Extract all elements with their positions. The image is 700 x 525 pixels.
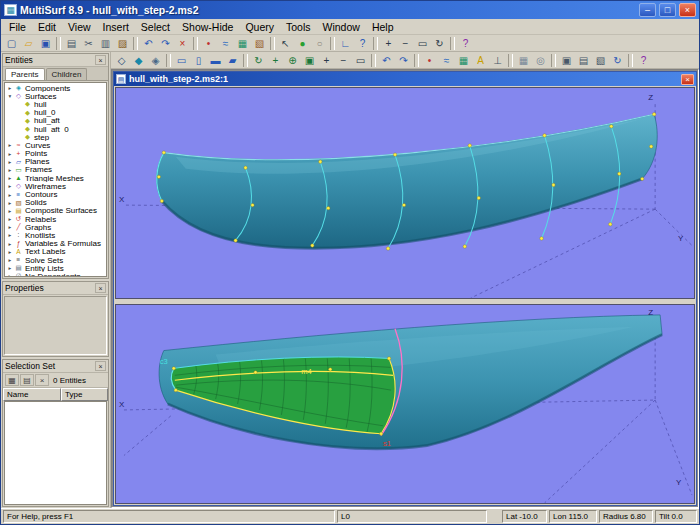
tree-expand-icon[interactable]: ▸ — [6, 249, 14, 255]
grid-view-icon[interactable]: ▦ — [5, 374, 19, 386]
rotate-icon[interactable]: ↻ — [250, 53, 267, 68]
document-close-button[interactable]: × — [681, 74, 694, 85]
tree-expand-icon[interactable]: ▸ — [6, 167, 14, 173]
tree-item-curves[interactable]: ▸≈Curves — [5, 141, 106, 149]
tree-item-relabels[interactable]: ▸↺Relabels — [5, 215, 106, 223]
undo-icon[interactable]: ↶ — [140, 36, 157, 51]
document-title-bar[interactable]: ▤ hull_with_step-2.ms2:1 × — [114, 72, 696, 86]
tree-item-planes[interactable]: ▸▱Planes — [5, 158, 106, 166]
menu-insert[interactable]: Insert — [97, 20, 135, 34]
column-header-name[interactable]: Name — [3, 388, 61, 401]
tile-windows-icon[interactable]: ▤ — [575, 53, 592, 68]
tree-expand-icon[interactable]: ▸ — [6, 192, 14, 198]
zoom-out-icon[interactable]: − — [397, 36, 414, 51]
tree-item-solids[interactable]: ▸▧Solids — [5, 199, 106, 207]
menu-tools[interactable]: Tools — [280, 20, 317, 34]
zoom-in-icon[interactable]: + — [380, 36, 397, 51]
properties-close-button[interactable]: × — [95, 283, 106, 293]
tree-expand-icon[interactable]: ▸ — [6, 232, 14, 238]
zoom-window-icon[interactable]: ▣ — [301, 53, 318, 68]
insert-point-icon[interactable]: • — [200, 36, 217, 51]
tree-expand-icon[interactable]: ▸ — [6, 183, 14, 189]
maximize-button[interactable]: □ — [659, 3, 676, 17]
tree-item-entity-lists[interactable]: ▸▤Entity Lists — [5, 264, 106, 272]
tree-expand-icon[interactable]: ▸ — [6, 175, 14, 181]
tree-item-composite-surfaces[interactable]: ▸▤Composite Surfaces — [5, 207, 106, 215]
tree-expand-icon[interactable]: ▸ — [6, 200, 14, 206]
selection-set-close-button[interactable]: × — [95, 361, 106, 371]
tab-children[interactable]: Children — [46, 68, 88, 80]
viewport-splitter[interactable] — [114, 300, 696, 303]
open-file-icon[interactable]: ▱ — [20, 36, 37, 51]
close-button[interactable]: × — [679, 3, 696, 17]
query-icon[interactable]: ? — [354, 36, 371, 51]
tree-expand-icon[interactable]: ▸ — [6, 241, 14, 247]
cascade-windows-icon[interactable]: ▧ — [592, 53, 609, 68]
tree-item-no-dependents[interactable]: ▸∅No Dependents — [5, 272, 106, 277]
view-side-icon[interactable]: ▯ — [190, 53, 207, 68]
measure-icon[interactable]: ∟ — [337, 36, 354, 51]
tree-expand-icon[interactable]: ▸ — [6, 273, 14, 277]
entities-close-button[interactable]: × — [95, 55, 106, 65]
column-header-type[interactable]: Type — [61, 388, 108, 401]
tree-item-knotlists[interactable]: ▸:Knotlists — [5, 231, 106, 239]
next-view-icon[interactable]: ↷ — [395, 53, 412, 68]
cut-icon[interactable]: ✂ — [80, 36, 97, 51]
tree-expand-icon[interactable]: ▸ — [6, 216, 14, 222]
tab-parents[interactable]: Parents — [5, 68, 45, 80]
tree-expand-icon[interactable]: ▸ — [6, 257, 14, 263]
menu-file[interactable]: File — [3, 20, 32, 34]
paste-icon[interactable]: ▨ — [114, 36, 131, 51]
tree-item-step[interactable]: ◆step — [5, 133, 106, 141]
clear-selection-icon[interactable]: × — [35, 374, 49, 386]
menu-view[interactable]: View — [62, 20, 97, 34]
show-labels-icon[interactable]: A — [472, 53, 489, 68]
tree-item-frames[interactable]: ▸▭Frames — [5, 166, 106, 174]
tree-expand-icon[interactable]: ▸ — [6, 208, 14, 214]
tree-item-wireframes[interactable]: ▸◇Wireframes — [5, 182, 106, 190]
save-file-icon[interactable]: ▣ — [37, 36, 54, 51]
zoom-out-2-icon[interactable]: − — [335, 53, 352, 68]
tree-item-hull[interactable]: ◆hull — [5, 100, 106, 108]
menu-query[interactable]: Query — [239, 20, 280, 34]
tree-expand-icon[interactable]: ▸ — [6, 159, 14, 165]
tree-item-components[interactable]: ▸◈Components — [5, 84, 106, 92]
shaded-mode-icon[interactable]: ◆ — [130, 53, 147, 68]
show-surfaces-icon[interactable]: ▦ — [455, 53, 472, 68]
menu-window[interactable]: Window — [317, 20, 366, 34]
tree-item-text-labels[interactable]: ▸AText Labels — [5, 248, 106, 256]
list-view-icon[interactable]: ▤ — [20, 374, 34, 386]
viewport-top-canvas[interactable]: Z X Y — [116, 88, 694, 298]
copy-icon[interactable]: ▥ — [97, 36, 114, 51]
tree-item-surfaces[interactable]: ▾◇Surfaces — [5, 92, 106, 100]
tree-item-hull-aft[interactable]: ◆hull_aft — [5, 117, 106, 125]
viewport-top[interactable]: Z X Y — [115, 87, 695, 299]
view-front-icon[interactable]: ▭ — [173, 53, 190, 68]
delete-icon[interactable]: × — [174, 36, 191, 51]
tree-item-hull-0[interactable]: ◆hull_0 — [5, 109, 106, 117]
tree-item-contours[interactable]: ▸≡Contours — [5, 190, 106, 198]
print-icon[interactable]: ▤ — [63, 36, 80, 51]
prev-view-icon[interactable]: ↶ — [378, 53, 395, 68]
zoom-fit-icon[interactable]: ▭ — [414, 36, 431, 51]
show-entity-icon[interactable]: ● — [294, 36, 311, 51]
pan-icon[interactable]: + — [267, 53, 284, 68]
new-window-icon[interactable]: ▣ — [558, 53, 575, 68]
tree-expand-icon[interactable]: ▸ — [6, 151, 14, 157]
rotate-view-icon[interactable]: ↻ — [431, 36, 448, 51]
insert-surface-icon[interactable]: ▦ — [234, 36, 251, 51]
view-top-icon[interactable]: ▬ — [207, 53, 224, 68]
show-curves-icon[interactable]: ≈ — [438, 53, 455, 68]
view-perspective-icon[interactable]: ▰ — [224, 53, 241, 68]
menu-help[interactable]: Help — [366, 20, 400, 34]
viewport-bottom[interactable]: c3 m4 s1 Z X Y — [115, 304, 695, 504]
insert-solid-icon[interactable]: ▧ — [251, 36, 268, 51]
tree-expand-icon[interactable]: ▸ — [6, 265, 14, 271]
new-file-icon[interactable]: ▢ — [3, 36, 20, 51]
tree-expand-icon[interactable]: ▸ — [6, 224, 14, 230]
zoom-in-2-icon[interactable]: + — [318, 53, 335, 68]
refresh-icon[interactable]: ↻ — [609, 53, 626, 68]
show-points-icon[interactable]: • — [421, 53, 438, 68]
menu-edit[interactable]: Edit — [32, 20, 62, 34]
tree-item-solve-sets[interactable]: ▸≡Solve Sets — [5, 256, 106, 264]
